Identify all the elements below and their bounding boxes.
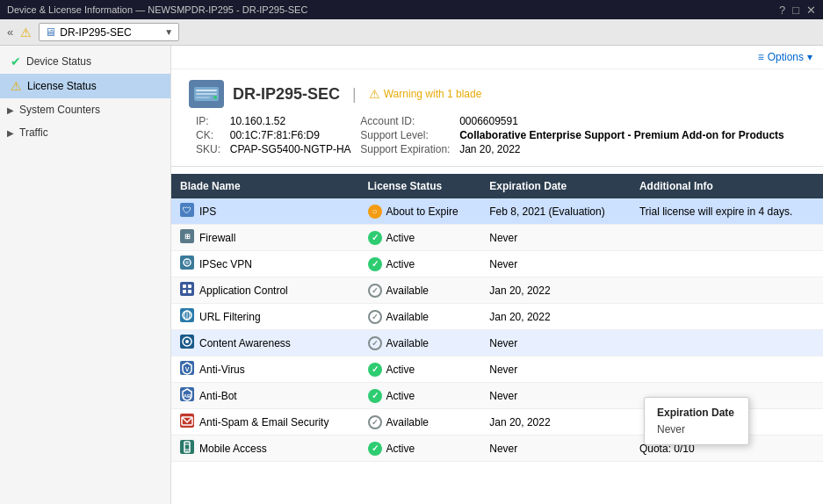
title-bar-text: Device & License Information — NEWSMPDR-… xyxy=(7,4,307,15)
additional-info-cell-6 xyxy=(631,356,823,383)
status-cell-2: ✓ Active xyxy=(359,251,481,277)
title-bar: Device & License Information — NEWSMPDR-… xyxy=(0,0,823,19)
maximize-icon[interactable]: □ xyxy=(792,4,799,17)
status-text: Available xyxy=(386,416,429,428)
col-header-expiration: Expiration Date xyxy=(480,174,631,198)
blade-icon-mobile xyxy=(180,440,194,457)
blade-name: Firewall xyxy=(199,232,235,244)
options-label: Options xyxy=(768,51,804,63)
table-row[interactable]: Content Awareness ✓ Available Never xyxy=(171,330,823,356)
help-icon[interactable]: ? xyxy=(779,4,785,17)
expiration-cell-1: Never xyxy=(480,225,631,251)
svg-point-34 xyxy=(186,450,188,452)
device-selector[interactable]: 🖥 DR-IP295-SEC ▼ xyxy=(39,23,179,41)
expiration-cell-0: Feb 8, 2021 (Evaluation) xyxy=(480,198,631,225)
back-arrow[interactable]: « xyxy=(7,25,13,39)
table-row[interactable]: IPSec VPN ✓ Active Never xyxy=(171,251,823,277)
blade-cell-anti-spam&emailsecurity: Anti-Spam & Email Security xyxy=(171,409,359,436)
svg-point-4 xyxy=(213,96,217,99)
expiration-cell-6: Never xyxy=(480,356,631,383)
blade-name: Anti-Bot xyxy=(199,390,237,402)
breadcrumb-bar: « ⚠ 🖥 DR-IP295-SEC ▼ xyxy=(0,19,823,46)
status-cell-8: ✓ Available xyxy=(359,409,481,436)
warning-triangle-icon: ⚠ xyxy=(369,87,380,101)
expiration-cell-3: Jan 20, 2022 xyxy=(480,277,631,304)
status-text: Available xyxy=(386,284,429,297)
device-name: DR-IP295-SEC xyxy=(233,85,340,104)
sidebar-item-label: System Counters xyxy=(19,104,100,116)
sidebar-item-system-counters[interactable]: ▶ System Counters xyxy=(0,98,170,121)
options-menu-icon: ≡ xyxy=(758,51,764,63)
expand-arrow-icon: ▶ xyxy=(7,128,14,138)
table-row[interactable]: V Anti-Virus ✓ Active Never xyxy=(171,356,823,383)
blade-icon-vpn xyxy=(180,256,194,272)
table-row[interactable]: ⊞ Firewall ✓ Active Never xyxy=(171,225,823,251)
additional-info-cell-1 xyxy=(631,225,823,251)
options-button[interactable]: ≡ Options ▾ xyxy=(758,51,812,63)
ip-label: IP: xyxy=(196,115,223,127)
expiration-cell-4: Jan 20, 2022 xyxy=(480,304,631,330)
blade-cell-applicationcontrol: Application Control xyxy=(171,277,359,304)
blade-icon-url xyxy=(180,308,194,325)
table-row[interactable]: 🛡 IPS ○ About to Expire Feb 8, 2021 (Eva… xyxy=(171,198,823,225)
sidebar: ✔ Device Status ⚠ License Status ▶ Syste… xyxy=(0,46,171,504)
status-text: Active xyxy=(386,232,415,244)
svg-text:V: V xyxy=(185,366,190,372)
warning-icon-breadcrumb: ⚠ xyxy=(20,25,32,40)
sku-label: SKU: xyxy=(196,143,223,155)
blade-cell-contentawareness: Content Awareness xyxy=(171,330,359,356)
additional-info-cell-4 xyxy=(631,304,823,330)
blade-cell-anti-virus: V Anti-Virus xyxy=(171,356,359,383)
options-bar: ≡ Options ▾ xyxy=(171,46,823,69)
sidebar-item-license-status[interactable]: ⚠ License Status xyxy=(0,74,170,98)
status-cell-3: ✓ Available xyxy=(359,277,481,304)
warning-text: Warning with 1 blade xyxy=(384,88,482,100)
blade-name: Mobile Access xyxy=(199,443,267,455)
expiration-cell-2: Never xyxy=(480,251,631,277)
support-expiration-value: Jan 20, 2022 xyxy=(459,143,786,155)
status-cell-1: ✓ Active xyxy=(359,225,481,251)
svg-rect-12 xyxy=(180,282,194,296)
sidebar-item-device-status[interactable]: ✔ Device Status xyxy=(0,49,170,74)
sidebar-item-traffic[interactable]: ▶ Traffic xyxy=(0,121,170,144)
device-header: DR-IP295-SEC | ⚠ Warning with 1 blade IP… xyxy=(171,69,823,167)
svg-point-11 xyxy=(185,261,189,264)
table-row[interactable]: URL Filtering ✓ Available Jan 20, 2022 xyxy=(171,304,823,330)
additional-info-cell-5 xyxy=(631,330,823,356)
status-text: Active xyxy=(386,364,415,376)
ck-value: 00:1C:7F:81:F6:D9 xyxy=(230,129,354,141)
separator: | xyxy=(352,85,357,104)
blade-icon-firewall: ⊞ xyxy=(180,229,194,246)
status-text: Available xyxy=(386,337,429,349)
col-header-status: License Status xyxy=(359,174,481,198)
close-icon[interactable]: ✕ xyxy=(806,4,816,17)
blade-name: Content Awareness xyxy=(199,337,291,349)
svg-text:🛡: 🛡 xyxy=(183,205,191,215)
svg-point-23 xyxy=(185,340,189,343)
status-text: About to Expire xyxy=(386,205,458,218)
blade-icon-antispam xyxy=(180,414,194,430)
warning-badge: ⚠ Warning with 1 blade xyxy=(369,87,482,101)
device-icon xyxy=(189,80,224,108)
status-cell-4: ✓ Available xyxy=(359,304,481,330)
device-title-row: DR-IP295-SEC | ⚠ Warning with 1 blade xyxy=(189,80,805,108)
status-text: Active xyxy=(386,443,415,455)
blade-cell-mobileaccess: Mobile Access xyxy=(171,436,359,462)
main-layout: ✔ Device Status ⚠ License Status ▶ Syste… xyxy=(0,46,823,504)
blade-cell-anti-bot: AB Anti-Bot xyxy=(171,383,359,409)
table-header-row: Blade Name License Status Expiration Dat… xyxy=(171,174,823,198)
col-header-info: Additional Info xyxy=(631,174,823,198)
ck-label: CK: xyxy=(196,129,223,141)
status-cell-9: ✓ Active xyxy=(359,436,481,462)
col-header-blade: Blade Name xyxy=(171,174,359,198)
expiration-cell-5: Never xyxy=(480,330,631,356)
svg-rect-15 xyxy=(183,290,186,293)
dropdown-arrow-icon: ▼ xyxy=(164,27,173,37)
table-row[interactable]: Application Control ✓ Available Jan 20, … xyxy=(171,277,823,304)
ip-value: 10.160.1.52 xyxy=(230,115,354,127)
svg-rect-2 xyxy=(196,93,217,95)
account-id-label: Account ID: xyxy=(360,115,452,127)
svg-rect-14 xyxy=(188,284,191,288)
expiration-cell-7: Never xyxy=(480,383,631,409)
device-selector-name: DR-IP295-SEC xyxy=(60,26,131,39)
